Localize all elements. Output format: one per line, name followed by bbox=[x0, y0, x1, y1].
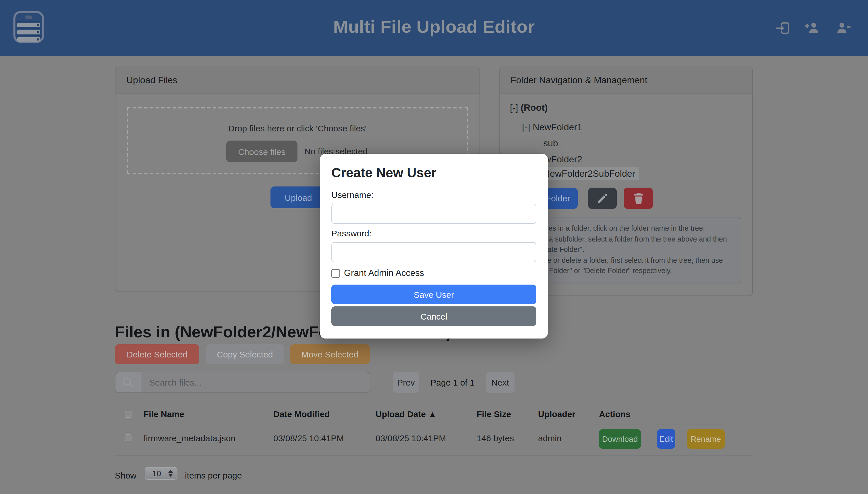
rename-button[interactable]: Rename bbox=[687, 429, 725, 449]
help-line: To view files in a folder, click on the … bbox=[518, 223, 734, 234]
grant-admin-checkbox[interactable] bbox=[331, 269, 340, 278]
move-selected-button[interactable]: Move Selected bbox=[290, 344, 370, 364]
upload-panel-title: Upload Files bbox=[115, 67, 480, 94]
items-per-page-select[interactable]: 10 bbox=[145, 467, 178, 480]
items-per-page-suffix: items per page bbox=[185, 471, 242, 480]
tree-toggle[interactable]: [-] bbox=[522, 122, 532, 132]
search-input[interactable] bbox=[141, 372, 370, 393]
pencil-icon bbox=[596, 192, 609, 205]
search-icon-segment bbox=[115, 372, 141, 393]
modal-title: Create New User bbox=[331, 165, 436, 181]
help-line: To create a subfolder, select a folder f… bbox=[518, 234, 734, 255]
page-info-text: Page 1 of 1 bbox=[424, 378, 481, 387]
tree-toggle[interactable]: [-] bbox=[510, 103, 521, 112]
folder-panel-title: Folder Navigation & Management bbox=[500, 67, 752, 94]
trash-icon bbox=[633, 192, 644, 205]
file-search bbox=[115, 372, 370, 393]
cell-uploader: admin bbox=[538, 433, 562, 443]
app-header: Multi File Upload Editor bbox=[0, 0, 868, 56]
page-title: Multi File Upload Editor bbox=[0, 17, 868, 37]
password-field[interactable] bbox=[331, 242, 536, 262]
username-label: Username: bbox=[331, 190, 374, 200]
grant-admin-label: Grant Admin Access bbox=[344, 268, 424, 278]
tree-item-newfolder1[interactable]: [-] NewFolder1 bbox=[522, 122, 582, 135]
password-label: Password: bbox=[331, 228, 372, 238]
tree-item-root[interactable]: [-] (Root) bbox=[510, 103, 548, 115]
tree-item-label[interactable]: NewFolder2SubFolder bbox=[540, 167, 638, 180]
cell-file-name: firmware_metadata.json bbox=[144, 433, 235, 443]
login-icon[interactable] bbox=[776, 22, 790, 34]
prev-page-button[interactable]: Prev bbox=[393, 372, 419, 393]
row-checkbox[interactable] bbox=[125, 434, 131, 441]
cell-upload-date: 03/08/25 10:41PM bbox=[376, 433, 446, 443]
search-icon bbox=[122, 376, 134, 389]
username-field[interactable] bbox=[331, 204, 536, 224]
col-header-actions: Actions bbox=[599, 409, 631, 419]
copy-selected-button[interactable]: Copy Selected bbox=[205, 344, 284, 364]
col-header-file-size[interactable]: File Size bbox=[477, 409, 511, 419]
table-header-divider bbox=[115, 424, 753, 425]
cancel-button[interactable]: Cancel bbox=[331, 306, 536, 326]
dropzone-hint: Drop files here or click 'Choose files' bbox=[128, 124, 467, 133]
show-label: Show bbox=[115, 471, 137, 480]
items-per-page-value: 10 bbox=[145, 469, 168, 478]
create-new-user-modal: Create New User Username: Password: Gran… bbox=[320, 154, 548, 339]
rename-folder-button[interactable] bbox=[588, 188, 617, 209]
delete-selected-button[interactable]: Delete Selected bbox=[115, 344, 199, 364]
person-plus-icon[interactable] bbox=[805, 22, 819, 34]
download-button[interactable]: Download bbox=[599, 429, 641, 449]
tree-item-sub[interactable]: sub bbox=[543, 138, 558, 151]
tree-item-label[interactable]: sub bbox=[543, 138, 558, 148]
col-header-file-name[interactable]: File Name bbox=[144, 409, 184, 419]
table-row-divider bbox=[115, 455, 753, 456]
cell-date-modified: 03/08/25 10:41PM bbox=[273, 433, 344, 443]
tree-item-label[interactable]: (Root) bbox=[521, 103, 547, 112]
next-page-button[interactable]: Next bbox=[486, 372, 514, 393]
save-user-button[interactable]: Save User bbox=[331, 285, 536, 304]
cell-file-size: 146 bytes bbox=[477, 433, 514, 443]
col-header-upload-date-sorted[interactable]: Upload Date ▲ bbox=[376, 409, 437, 419]
col-header-date-modified[interactable]: Date Modified bbox=[273, 409, 330, 419]
edit-button[interactable]: Edit bbox=[657, 429, 675, 449]
tree-item-newfolder2subfolder-selected[interactable]: NewFolder2SubFolder bbox=[540, 169, 638, 181]
select-all-checkbox[interactable] bbox=[125, 411, 131, 418]
page: Multi File Upload Editor Upload Files Dr… bbox=[0, 0, 868, 494]
tree-item-label[interactable]: NewFolder1 bbox=[532, 122, 582, 132]
col-header-uploader[interactable]: Uploader bbox=[538, 409, 575, 419]
person-dash-icon[interactable] bbox=[837, 22, 850, 34]
upload-button[interactable]: Upload bbox=[270, 187, 326, 208]
select-spinner-icon bbox=[168, 470, 173, 477]
choose-files-button[interactable]: Choose files bbox=[226, 140, 297, 163]
delete-folder-button[interactable] bbox=[623, 188, 653, 209]
help-line: To rename or delete a folder, first sele… bbox=[518, 255, 734, 276]
